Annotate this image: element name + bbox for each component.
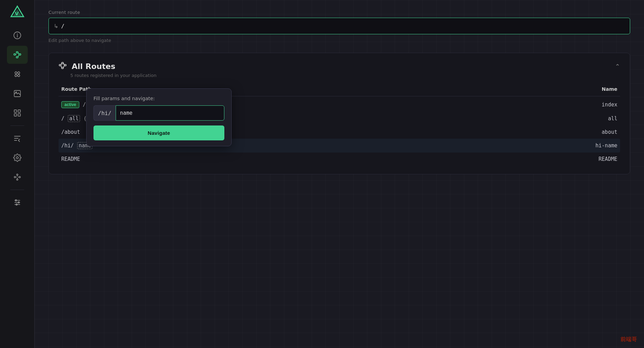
tooltip-title: Fill params and navigate: — [93, 96, 224, 101]
route-name-cell: all — [608, 115, 617, 122]
main-content: Current route ↳ Edit path above to navig… — [35, 0, 644, 348]
current-route-label: Current route — [48, 10, 630, 15]
tooltip-param-input[interactable] — [116, 105, 224, 121]
route-param: all — [68, 115, 80, 122]
svg-point-16 — [18, 75, 20, 77]
svg-point-25 — [17, 174, 18, 175]
svg-point-14 — [18, 72, 20, 74]
svg-rect-21 — [14, 114, 17, 116]
svg-rect-40 — [62, 67, 63, 69]
navigate-tooltip: Fill params and navigate: /hi/ Navigate — [86, 88, 232, 146]
sidebar-item-router[interactable] — [7, 46, 28, 64]
sidebar-item-sliders[interactable] — [7, 193, 28, 211]
sidebar-item-timeline[interactable] — [7, 129, 28, 147]
active-badge: active — [61, 101, 79, 108]
route-name-cell: index — [602, 102, 617, 108]
svg-point-23 — [16, 157, 18, 159]
svg-line-45 — [63, 65, 64, 68]
svg-rect-9 — [19, 54, 21, 55]
svg-line-11 — [18, 52, 19, 54]
route-path-cell: README — [61, 156, 80, 162]
route-name-cell: hi-name — [596, 142, 617, 149]
sidebar-item-graph[interactable] — [7, 168, 28, 186]
route-name-cell: README — [599, 156, 617, 162]
svg-rect-41 — [64, 64, 66, 66]
route-path-cell: /about — [61, 129, 80, 135]
tooltip-path-prefix: /hi/ — [93, 105, 116, 121]
route-path-prefix: /hi/ — [61, 142, 74, 149]
route-path: /about — [61, 129, 80, 135]
route-input-row: ↳ — [48, 18, 630, 34]
svg-point-35 — [15, 200, 17, 201]
svg-point-13 — [15, 72, 17, 74]
logo: V — [9, 4, 26, 21]
route-path: README — [61, 156, 80, 162]
svg-point-37 — [16, 204, 17, 205]
svg-rect-22 — [18, 114, 20, 116]
route-input[interactable] — [61, 23, 625, 29]
svg-point-36 — [18, 202, 19, 203]
route-path-cell: active / — [61, 101, 86, 108]
sidebar-item-info[interactable] — [7, 26, 28, 44]
svg-rect-8 — [16, 56, 18, 58]
route-arrow-icon: ↳ — [54, 23, 58, 29]
routes-header: All Routes — [59, 61, 620, 71]
svg-point-27 — [17, 179, 18, 180]
col-name-label: Name — [602, 86, 617, 92]
svg-rect-39 — [62, 62, 63, 64]
route-name-cell: about — [602, 129, 617, 135]
route-path-prefix: / — [61, 115, 64, 122]
sidebar-divider-1 — [10, 125, 24, 126]
routes-icon — [59, 61, 67, 71]
table-row[interactable]: README README — [59, 153, 620, 166]
svg-point-26 — [19, 176, 20, 178]
svg-rect-19 — [14, 110, 17, 112]
edit-hint: Edit path above to navigate — [48, 38, 630, 43]
svg-point-15 — [15, 75, 17, 77]
svg-line-44 — [63, 63, 64, 65]
routes-title: All Routes — [72, 62, 115, 71]
svg-line-12 — [18, 54, 19, 57]
navigate-button[interactable]: Navigate — [93, 125, 224, 140]
svg-rect-7 — [16, 52, 18, 53]
sidebar-item-components[interactable] — [7, 65, 28, 83]
svg-line-43 — [61, 65, 62, 68]
sidebar-divider-2 — [10, 190, 24, 190]
collapse-button[interactable]: ⌃ — [615, 63, 620, 70]
svg-point-24 — [14, 176, 16, 178]
svg-rect-6 — [14, 54, 16, 55]
sidebar-item-grid[interactable] — [7, 104, 28, 122]
sidebar: V — [0, 0, 35, 348]
svg-text:V: V — [15, 11, 19, 16]
routes-section: All Routes 5 routes registered in your a… — [48, 53, 630, 174]
sidebar-item-gallery[interactable] — [7, 85, 28, 103]
svg-line-42 — [61, 63, 62, 65]
route-path: / — [83, 102, 86, 108]
sidebar-item-settings[interactable] — [7, 149, 28, 167]
routes-subtitle: 5 routes registered in your application — [70, 73, 620, 78]
svg-rect-20 — [18, 110, 20, 112]
svg-rect-38 — [59, 64, 61, 66]
watermark: 前端哥 — [620, 336, 637, 343]
tooltip-path-row: /hi/ — [93, 105, 224, 121]
